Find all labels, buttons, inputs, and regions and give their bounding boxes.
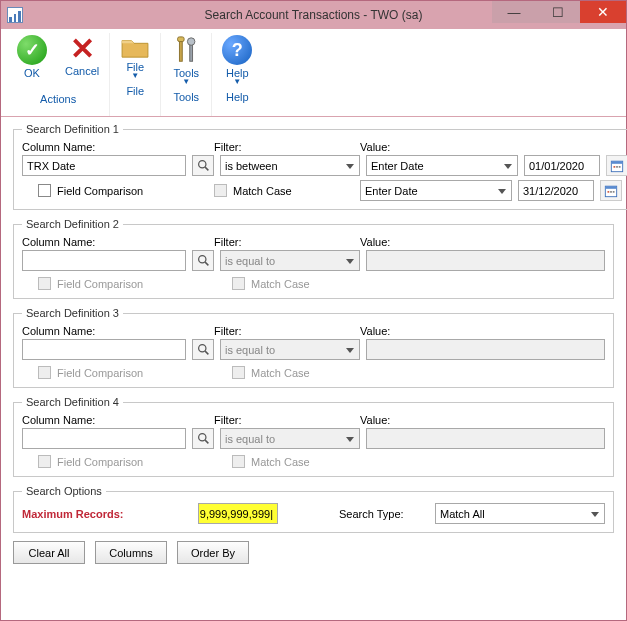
svg-rect-13: [608, 191, 610, 193]
match-case-checkbox: Match Case: [214, 184, 354, 197]
toolbar-group-actions: ✓ OK ✕ Cancel Actions: [7, 33, 110, 116]
filter-label: Filter:: [214, 236, 354, 248]
svg-rect-10: [619, 166, 621, 168]
toolbar-group-tools: Tools ▼ Tools: [161, 33, 212, 116]
svg-rect-9: [616, 166, 618, 168]
search-definition-group: Search Definition 1Column Name:Filter:Va…: [13, 123, 627, 210]
chevron-down-icon: ▼: [233, 79, 241, 85]
svg-point-20: [198, 434, 205, 441]
svg-point-3: [188, 38, 196, 46]
svg-point-16: [198, 256, 205, 263]
minimize-button[interactable]: —: [492, 1, 536, 23]
help-icon: ?: [222, 35, 252, 65]
clear-all-button[interactable]: Clear All: [13, 541, 85, 564]
toolbar-group-help: ? Help ▼ Help: [212, 33, 262, 116]
maximum-records-field[interactable]: 9,999,999,999|: [198, 503, 278, 524]
date-field[interactable]: 31/12/2020: [518, 180, 594, 201]
value-select[interactable]: Enter Date: [360, 180, 512, 201]
svg-rect-8: [614, 166, 616, 168]
filter-label: Filter:: [214, 414, 354, 426]
search-definition-legend: Search Definition 4: [22, 396, 123, 408]
toolbar-group-label: Help: [216, 91, 258, 103]
date-field[interactable]: 01/01/2020: [524, 155, 600, 176]
svg-point-4: [198, 161, 205, 168]
tools-button[interactable]: Tools ▼: [165, 33, 207, 87]
value-label: Value:: [360, 141, 627, 153]
value-field[interactable]: [366, 339, 605, 360]
close-button[interactable]: ✕: [580, 1, 626, 23]
help-button[interactable]: ? Help ▼: [216, 33, 258, 87]
search-type-select[interactable]: Match All: [435, 503, 605, 524]
file-button[interactable]: File ▼: [114, 33, 156, 81]
order-by-button[interactable]: Order By: [177, 541, 249, 564]
value-select[interactable]: Enter Date: [366, 155, 518, 176]
svg-rect-0: [180, 39, 183, 62]
folder-icon: [120, 35, 150, 59]
columns-button[interactable]: Columns: [95, 541, 167, 564]
calendar-button[interactable]: [600, 180, 622, 201]
value-field[interactable]: [366, 250, 605, 271]
lookup-button[interactable]: [192, 339, 214, 360]
toolbar-group-file: File ▼ File: [110, 33, 161, 116]
field-comparison-checkbox: Field Comparison: [38, 455, 208, 468]
svg-rect-7: [611, 161, 622, 164]
filter-label: Filter:: [214, 141, 354, 153]
match-case-checkbox: Match Case: [232, 366, 310, 379]
match-case-checkbox: Match Case: [232, 455, 310, 468]
field-comparison-checkbox[interactable]: Field Comparison: [38, 184, 208, 197]
svg-line-19: [205, 351, 208, 354]
svg-point-18: [198, 345, 205, 352]
column-name-field[interactable]: [22, 428, 186, 449]
column-name-label: Column Name:: [22, 141, 208, 153]
value-label: Value:: [360, 236, 605, 248]
toolbar-group-label: File: [114, 85, 156, 97]
window-buttons: — ☐ ✕: [492, 1, 626, 23]
search-definition-legend: Search Definition 3: [22, 307, 123, 319]
lookup-button[interactable]: [192, 428, 214, 449]
column-name-field[interactable]: [22, 250, 186, 271]
lookup-button[interactable]: [192, 155, 214, 176]
maximize-button[interactable]: ☐: [536, 1, 580, 23]
chevron-down-icon: ▼: [182, 79, 190, 85]
search-definition-group: Search Definition 2Column Name:Filter:Va…: [13, 218, 614, 299]
search-definition-group: Search Definition 3Column Name:Filter:Va…: [13, 307, 614, 388]
search-definition-legend: Search Definition 1: [22, 123, 123, 135]
window: Search Account Transactions - TWO (sa) —…: [0, 0, 627, 621]
bottom-buttons: Clear All Columns Order By: [13, 541, 614, 564]
content-area: Search Definition 1Column Name:Filter:Va…: [1, 117, 626, 574]
column-name-field[interactable]: [22, 339, 186, 360]
search-options-group: Search Options Maximum Records: 9,999,99…: [13, 485, 614, 533]
ok-icon: ✓: [17, 35, 47, 65]
filter-select[interactable]: is equal to: [220, 339, 360, 360]
cancel-icon: ✕: [70, 35, 95, 63]
toolbar: ✓ OK ✕ Cancel Actions File ▼: [1, 29, 626, 117]
field-comparison-checkbox: Field Comparison: [38, 277, 208, 290]
column-name-label: Column Name:: [22, 325, 208, 337]
search-options-legend: Search Options: [22, 485, 106, 497]
filter-label: Filter:: [214, 325, 354, 337]
filter-select[interactable]: is equal to: [220, 428, 360, 449]
filter-select[interactable]: is equal to: [220, 250, 360, 271]
titlebar: Search Account Transactions - TWO (sa) —…: [1, 1, 626, 29]
value-field[interactable]: [366, 428, 605, 449]
filter-select[interactable]: is between: [220, 155, 360, 176]
match-case-checkbox: Match Case: [232, 277, 310, 290]
svg-rect-14: [610, 191, 612, 193]
toolbar-group-label: Tools: [165, 91, 207, 103]
column-name-field[interactable]: TRX Date: [22, 155, 186, 176]
value-label: Value:: [360, 325, 605, 337]
svg-line-21: [205, 440, 208, 443]
svg-rect-15: [613, 191, 615, 193]
column-name-label: Column Name:: [22, 236, 208, 248]
calendar-button[interactable]: [606, 155, 627, 176]
maximum-records-label: Maximum Records:: [22, 508, 192, 520]
ok-button[interactable]: ✓ OK: [11, 33, 53, 89]
lookup-button[interactable]: [192, 250, 214, 271]
svg-rect-12: [605, 186, 616, 189]
cancel-button[interactable]: ✕ Cancel: [59, 33, 105, 89]
chevron-down-icon: ▼: [131, 73, 139, 79]
tools-icon: [171, 35, 201, 65]
column-name-label: Column Name:: [22, 414, 208, 426]
svg-line-17: [205, 262, 208, 265]
svg-rect-1: [178, 37, 185, 42]
